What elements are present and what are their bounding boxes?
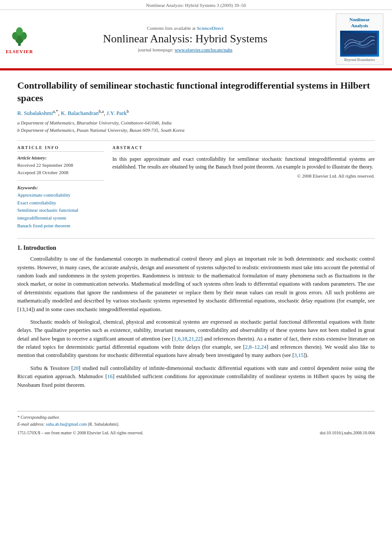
header-left: ELSEVIER (4, 24, 35, 54)
svg-point-5 (19, 44, 20, 45)
journal-homepage: journal homepage: www.elsevier.com/locat… (35, 47, 336, 52)
keyword-4: Banach fixed point theorem (17, 222, 104, 230)
header-center: Contents lists available at ScienceDirec… (35, 25, 336, 52)
article-history-label: Article history: (17, 155, 104, 160)
intro-para3: Sirbu & Tessitore [20] studied null cont… (17, 364, 375, 389)
footnote-corresponding: * Corresponding author. (17, 414, 375, 421)
keyword-1: Approximate controllability (17, 191, 104, 199)
svg-point-7 (358, 42, 361, 45)
affiliations: a Department of Mathematics, Bharathiar … (17, 119, 375, 134)
elsevier-logo: ELSEVIER (4, 24, 35, 54)
separator-in-info (17, 180, 104, 181)
two-col-section: ARTICLE INFO Article history: Received 2… (17, 145, 375, 229)
journal-logo-box: NonlinearAnalysis Beyond Boundaries (336, 13, 383, 65)
abstract-text: In this paper approximate and exact cont… (112, 155, 375, 171)
sciencedirect-line: Contents lists available at ScienceDirec… (35, 25, 336, 31)
keywords-label: Keywords: (17, 185, 104, 190)
section-title-introduction: 1. Introduction (17, 245, 375, 252)
intro-para2: Stochastic models of biological, chemica… (17, 318, 375, 360)
abstract-copyright: © 2008 Elsevier Ltd. All rights reserved… (112, 173, 375, 178)
intro-para1: Controllability is one of the fundamenta… (17, 255, 375, 314)
elsevier-text: ELSEVIER (6, 49, 33, 54)
ref-2[interactable]: 2,8–12,24 (245, 344, 267, 350)
footer-separator (17, 411, 375, 411)
page-container: Nonlinear Analysis: Hybrid Systems 3 (20… (0, 0, 392, 535)
article-info-col: ARTICLE INFO Article history: Received 2… (17, 145, 104, 229)
footnote-email: E-mail address: suba.ab.bu@gmail.com (R.… (17, 421, 375, 428)
journal-citation-text: Nonlinear Analysis: Hybrid Systems 3 (20… (146, 3, 246, 8)
svg-point-4 (16, 27, 23, 36)
article-info-header: ARTICLE INFO (17, 145, 104, 152)
journal-title: Nonlinear Analysis: Hybrid Systems (35, 32, 336, 45)
ref-1[interactable]: 1,6,18,21,22 (174, 336, 201, 342)
author-park[interactable]: J.Y. Park (107, 110, 127, 116)
header-banner: ELSEVIER Contents lists available at Sci… (0, 10, 392, 69)
header-right: NonlinearAnalysis Beyond Boundaries (336, 13, 383, 65)
keyword-2: Exact controllability (17, 199, 104, 207)
separator-after-affiliations (17, 140, 375, 141)
ref-16[interactable]: 16 (107, 373, 113, 379)
footer-bottom: 1751-570X/$ – see front matter © 2008 El… (0, 428, 392, 439)
abstract-col: ABSTRACT In this paper approximate and e… (112, 145, 375, 229)
keyword-3: Semilinear stochastic functional integro… (17, 207, 104, 222)
separator-before-intro (17, 238, 375, 239)
footnote-email-link[interactable]: suba.ab.bu@gmail.com (46, 422, 86, 427)
article-received: Received 22 September 2008 (17, 162, 104, 169)
article-title: Controllability of semilinear stochastic… (17, 79, 375, 105)
doi-line: doi:10.1016/j.nahs.2008.10.004 (320, 430, 375, 435)
main-content: Controllability of semilinear stochastic… (0, 70, 392, 402)
footnote: * Corresponding author. E-mail address: … (0, 414, 392, 428)
abstract-header: ABSTRACT (112, 145, 375, 152)
affiliation-a: a Department of Mathematics, Bharathiar … (17, 119, 375, 127)
journal-logo-title: NonlinearAnalysis (339, 16, 380, 29)
journal-logo-subtitle: Beyond Boundaries (339, 57, 380, 62)
authors-line: R. Subalakshmia,*, K. Balachandranb,a, J… (17, 109, 375, 117)
journal-citation: Nonlinear Analysis: Hybrid Systems 3 (20… (0, 0, 392, 10)
homepage-link[interactable]: www.elsevier.com/locate/nahs (175, 47, 233, 52)
ref-20[interactable]: 20 (73, 365, 79, 371)
elsevier-tree-icon (9, 26, 30, 48)
ref-3[interactable]: 3,15 (294, 352, 304, 358)
article-accepted: Accepted 28 October 2008 (17, 169, 104, 176)
author-balachandran[interactable]: K. Balachandran (61, 110, 99, 116)
journal-logo-image-icon (340, 31, 379, 57)
sciencedirect-link[interactable]: ScienceDirect (197, 25, 223, 31)
issn-line: 1751-570X/$ – see front matter © 2008 El… (17, 430, 143, 435)
author-subalakshmi[interactable]: R. Subalakshmi (17, 110, 53, 116)
affiliation-b: b Department of Mathematics, Pusan Natio… (17, 127, 375, 134)
